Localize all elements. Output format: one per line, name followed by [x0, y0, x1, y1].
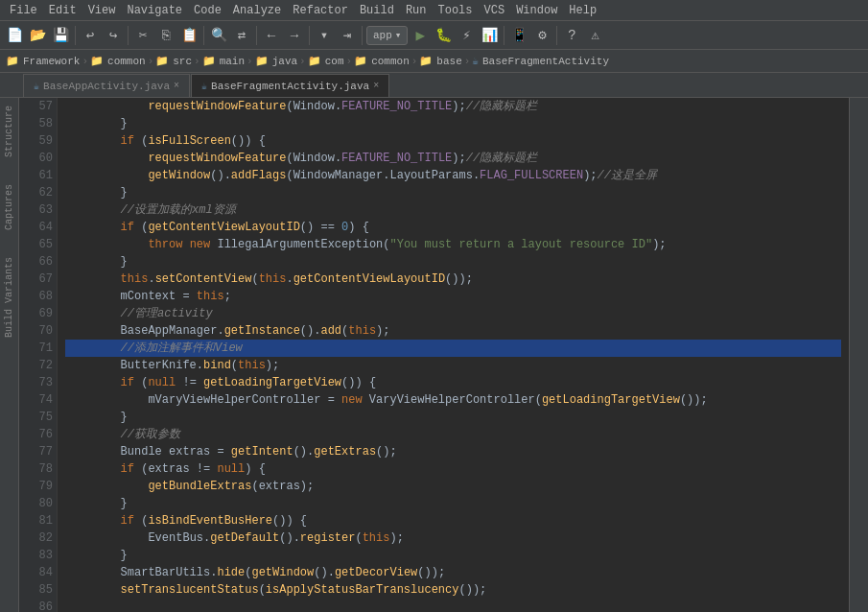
code-line-71: BaseAppManager.getInstance().add(this); — [65, 322, 841, 340]
breadcrumb-java[interactable]: java — [272, 56, 297, 67]
toolbar-cut[interactable]: ✂ — [132, 25, 153, 46]
toolbar-replace[interactable]: ⇄ — [231, 25, 252, 46]
toolbar-forward[interactable]: → — [284, 25, 305, 46]
toolbar-copy[interactable]: ⎘ — [155, 25, 176, 46]
line-number-59: 59 — [23, 132, 53, 150]
line-number-79: 79 — [23, 478, 53, 495]
breadcrumb-framework-icon: 📁 — [6, 55, 19, 67]
toolbar-sep1 — [75, 26, 76, 45]
toolbar-new[interactable]: 📄 — [4, 25, 25, 46]
breadcrumb-main-icon: 📁 — [202, 55, 216, 67]
event-log-button[interactable]: ⚠ — [584, 25, 605, 46]
breadcrumb-common-icon2: 📁 — [354, 55, 367, 67]
code-line-67: } — [65, 253, 841, 271]
breadcrumb-file-icon: ☕ — [472, 55, 479, 67]
avd-button[interactable]: 📱 — [508, 25, 529, 46]
toolbar-undo[interactable]: ↩ — [80, 25, 101, 46]
toolbar-paste[interactable]: 📋 — [178, 25, 199, 46]
breadcrumb-common2[interactable]: common — [371, 56, 410, 67]
coverage-button[interactable]: ⚡ — [456, 25, 477, 46]
menu-navigate[interactable]: Navigate — [121, 2, 188, 19]
code-line-68: this.setContentView(this.getContentViewL… — [65, 271, 841, 288]
line-number-82: 82 — [23, 530, 53, 547]
breadcrumb-com-icon: 📁 — [308, 55, 321, 67]
menu-build[interactable]: Build — [354, 2, 400, 19]
toolbar-save[interactable]: 💾 — [50, 25, 71, 46]
toolbar-search[interactable]: 🔍 — [208, 25, 229, 46]
error-stripe — [854, 98, 865, 612]
line-number-77: 77 — [23, 443, 53, 460]
side-tab-captures[interactable]: Captures — [2, 180, 16, 234]
code-line-87: SmartBarUtils.hide(getWindow().getDecorV… — [65, 564, 841, 581]
code-line-64: //设置加载的xml资源 — [65, 201, 841, 219]
menu-help[interactable]: Help — [563, 2, 602, 19]
run-button[interactable]: ▶ — [410, 25, 431, 46]
breadcrumb-sep8: › — [464, 56, 471, 67]
menu-view[interactable]: View — [82, 2, 122, 19]
side-tab-build-variants[interactable]: Build Variants — [2, 253, 16, 341]
breadcrumb-common-icon1: 📁 — [90, 55, 104, 67]
menu-edit[interactable]: Edit — [43, 2, 82, 19]
code-line-57: requestWindowFeature(Window.FEATURE_NO_T… — [65, 98, 841, 115]
breadcrumb: 📁 Framework › 📁 common › 📁 src › 📁 main … — [0, 50, 868, 73]
toolbar-run-step[interactable]: ⇥ — [337, 25, 358, 46]
code-line-60: requestWindowFeature(Window.FEATURE_NO_T… — [65, 150, 841, 167]
line-number-65: 65 — [23, 236, 53, 253]
toolbar-redo[interactable]: ↪ — [103, 25, 124, 46]
menu-window[interactable]: Window — [510, 2, 563, 19]
tab-basefragmentactivity-label: BaseFragmentActivity.java — [211, 81, 369, 92]
breadcrumb-sep2: › — [148, 56, 154, 67]
code-line-85: } — [65, 547, 841, 564]
editor-tabs: ☕ BaseAppActivity.java × ☕ BaseFragmentA… — [0, 73, 868, 98]
menu-refactor[interactable]: Refactor — [287, 2, 354, 19]
debug-button[interactable]: 🐛 — [433, 25, 454, 46]
toolbar-back[interactable]: ← — [261, 25, 282, 46]
toolbar-sep2 — [128, 26, 129, 45]
menu-analyze[interactable]: Analyze — [227, 2, 287, 19]
profile-button[interactable]: 📊 — [479, 25, 500, 46]
line-number-81: 81 — [23, 512, 53, 530]
toolbar-sep8 — [556, 26, 557, 45]
breadcrumb-framework[interactable]: Framework — [23, 56, 80, 67]
breadcrumb-class[interactable]: BaseFragmentActivity — [482, 56, 609, 67]
menu-run[interactable]: Run — [400, 2, 433, 19]
tab-baseappactivity[interactable]: ☕ BaseAppActivity.java × — [23, 74, 190, 97]
sdk-button[interactable]: ⚙ — [531, 25, 552, 46]
tab-baseappactivity-close[interactable]: × — [174, 81, 179, 91]
main-layout: Structure Captures Build Variants 575859… — [0, 98, 868, 612]
breadcrumb-sep5: › — [299, 56, 306, 67]
toolbar-sep5 — [309, 26, 310, 45]
tab-basefragmentactivity[interactable]: ☕ BaseFragmentActivity.java × — [191, 74, 389, 97]
line-number-86: 86 — [23, 599, 53, 612]
breadcrumb-com[interactable]: com — [325, 56, 344, 67]
help-button[interactable]: ? — [561, 25, 582, 46]
menu-file[interactable]: File — [4, 2, 43, 19]
breadcrumb-base[interactable]: base — [436, 56, 461, 67]
breadcrumb-common1[interactable]: common — [107, 56, 146, 67]
breadcrumb-main[interactable]: main — [220, 56, 245, 67]
breadcrumb-src[interactable]: src — [173, 56, 192, 67]
code-line-61: getWindow().addFlags(WindowManager.Layou… — [65, 167, 841, 184]
line-number-61: 61 — [23, 167, 53, 184]
line-number-58: 58 — [23, 115, 53, 132]
side-tab-structure[interactable]: Structure — [2, 102, 16, 161]
run-config-selector[interactable]: app ▾ — [366, 26, 408, 45]
run-config-label: app — [373, 30, 392, 41]
menu-code[interactable]: Code — [188, 2, 227, 19]
tab-basefragmentactivity-icon: ☕ — [201, 81, 207, 92]
editor-area[interactable]: 5758596061626364656667686970717273747576… — [19, 98, 849, 612]
menu-tools[interactable]: Tools — [433, 2, 479, 19]
toolbar-build-arrow[interactable]: ▾ — [314, 25, 335, 46]
code-content[interactable]: requestWindowFeature(Window.FEATURE_NO_T… — [58, 98, 849, 612]
code-line-76: mVaryViewHelperController = new VaryView… — [65, 391, 841, 409]
line-number-71: 71 — [23, 340, 53, 357]
code-line-88: setTranslucentStatus(isApplyStatusBarTra… — [65, 581, 841, 599]
code-line-78: //获取参数 — [65, 426, 841, 443]
code-line-77: } — [65, 409, 841, 426]
code-line-84: EventBus.getDefault().register(this); — [65, 530, 841, 547]
code-line-80: if (extras != null) { — [65, 460, 841, 478]
tab-basefragmentactivity-close[interactable]: × — [373, 81, 379, 91]
menu-vcs[interactable]: VCS — [479, 2, 511, 19]
toolbar-open[interactable]: 📂 — [27, 25, 48, 46]
line-number-84: 84 — [23, 564, 53, 581]
